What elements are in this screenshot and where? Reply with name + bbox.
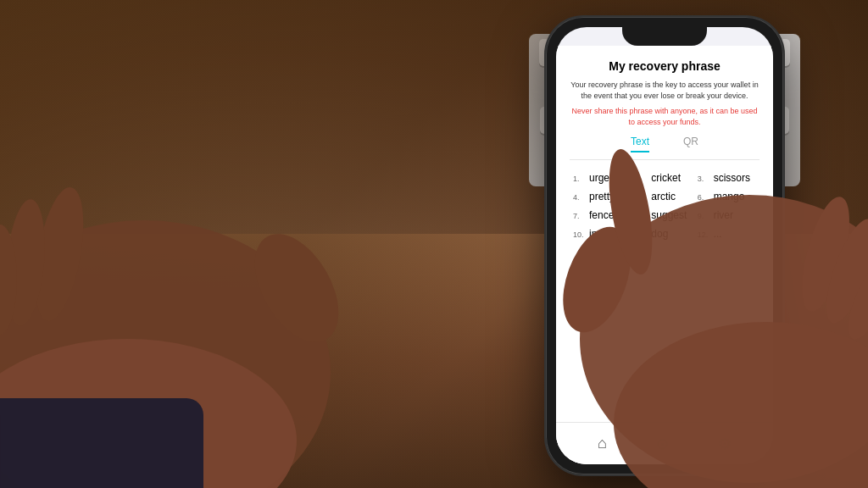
right-hand [512, 17, 868, 488]
svg-rect-6 [0, 398, 203, 488]
left-hand [0, 17, 398, 488]
